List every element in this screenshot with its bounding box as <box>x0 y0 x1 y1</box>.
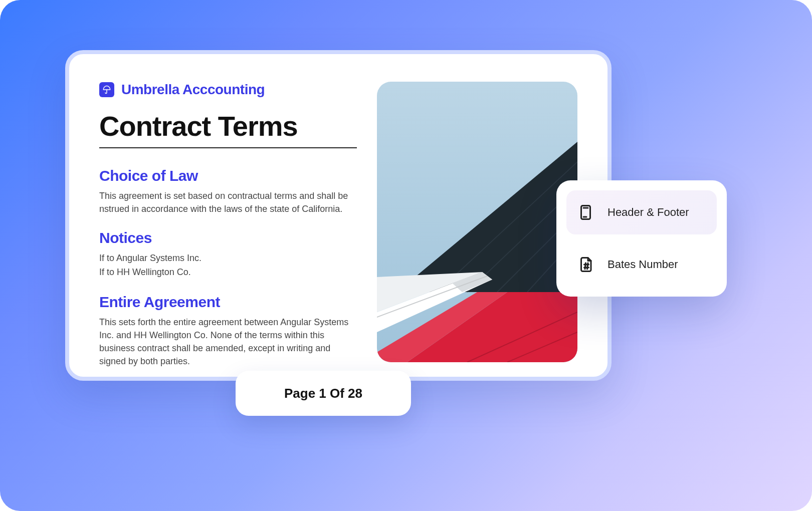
option-label: Bates Number <box>607 258 678 271</box>
section-lines-notices: If to Angular Systems Inc. If to HH Well… <box>99 251 357 280</box>
options-panel: Header & Footer Bates Number <box>556 180 727 297</box>
page-indicator-label: Page 1 Of 28 <box>284 386 362 401</box>
hash-page-icon <box>575 253 597 276</box>
title-divider <box>99 147 357 148</box>
document-photo <box>377 82 577 362</box>
page-indicator[interactable]: Page 1 Of 28 <box>236 371 411 416</box>
svg-line-18 <box>585 263 586 269</box>
section-heading-notices: Notices <box>99 229 357 246</box>
brand-row: Umbrella Acccounting <box>99 82 357 98</box>
document-title: Contract Terms <box>99 110 357 142</box>
brand-name: Umbrella Acccounting <box>121 82 265 98</box>
umbrella-icon <box>99 82 114 97</box>
option-label: Header & Footer <box>607 206 689 219</box>
section-body-choice-of-law: This agreement is set based on contractu… <box>99 189 357 215</box>
notice-line: If to HH Wellington Co. <box>99 266 357 280</box>
document-content: Umbrella Acccounting Contract Terms Choi… <box>99 82 357 349</box>
page-layout-icon <box>575 201 597 223</box>
section-body-entire-agreement: This sets forth the entire agreement bet… <box>99 316 357 368</box>
option-header-footer[interactable]: Header & Footer <box>566 190 717 234</box>
notice-line: If to Angular Systems Inc. <box>99 251 357 266</box>
svg-line-19 <box>587 263 588 269</box>
option-bates-number[interactable]: Bates Number <box>566 242 717 287</box>
section-heading-entire-agreement: Entire Agreement <box>99 294 357 311</box>
section-heading-choice-of-law: Choice of Law <box>99 167 357 184</box>
document-card: Umbrella Acccounting Contract Terms Choi… <box>65 50 612 381</box>
